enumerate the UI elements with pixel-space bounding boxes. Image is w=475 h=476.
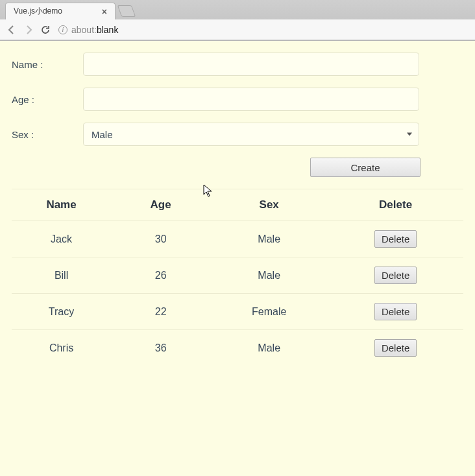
url-text: about:blank	[71, 25, 118, 35]
cell-name: Tracy	[12, 294, 111, 330]
col-name: Name	[12, 189, 111, 221]
arrow-right-icon	[23, 25, 34, 35]
cell-age: 36	[111, 330, 210, 366]
tab-title: Vue.js小demo	[14, 6, 62, 17]
browser-tab[interactable]: Vue.js小demo ×	[5, 3, 116, 19]
cell-age: 30	[111, 221, 210, 257]
delete-button[interactable]: Delete	[374, 230, 417, 248]
cell-delete: Delete	[328, 294, 463, 330]
name-input[interactable]	[83, 53, 419, 76]
cell-age: 26	[111, 257, 210, 294]
toolbar: i about:blank	[0, 19, 475, 40]
table-header-row: Name Age Sex Delete	[12, 189, 463, 221]
cell-sex: Male	[210, 257, 328, 294]
col-age: Age	[111, 189, 210, 221]
sex-selected-value: Male	[91, 129, 113, 140]
back-button[interactable]	[6, 25, 17, 35]
chevron-down-icon	[407, 133, 412, 136]
table-row: Bill26MaleDelete	[12, 257, 463, 294]
cell-name: Chris	[12, 330, 111, 366]
delete-button[interactable]: Delete	[374, 339, 417, 357]
close-tab-icon[interactable]: ×	[102, 6, 107, 17]
sex-select[interactable]: Male	[83, 123, 419, 146]
age-label: Age :	[12, 94, 83, 105]
cell-sex: Female	[210, 294, 328, 330]
cell-age: 22	[111, 294, 210, 330]
sex-label: Sex :	[12, 129, 83, 140]
reload-icon	[40, 25, 51, 35]
table-row: Jack30MaleDelete	[12, 221, 463, 257]
form-row-sex: Sex : Male	[12, 123, 463, 146]
table-row: Chris36MaleDelete	[12, 330, 463, 366]
new-tab-button[interactable]	[117, 5, 136, 17]
create-row: Create	[12, 158, 463, 177]
cell-delete: Delete	[328, 221, 463, 257]
people-table: Name Age Sex Delete Jack30MaleDeleteBill…	[12, 189, 463, 366]
age-input[interactable]	[83, 88, 419, 111]
form-row-age: Age :	[12, 88, 463, 111]
form-row-name: Name :	[12, 53, 463, 76]
col-sex: Sex	[210, 189, 328, 221]
cell-name: Jack	[12, 221, 111, 257]
delete-button[interactable]: Delete	[374, 267, 417, 284]
info-icon[interactable]: i	[58, 25, 67, 34]
name-label: Name :	[12, 59, 83, 70]
tab-bar: Vue.js小demo ×	[0, 0, 475, 19]
reload-button[interactable]	[40, 25, 51, 35]
cell-delete: Delete	[328, 257, 463, 294]
browser-chrome: Vue.js小demo × i about:blank	[0, 0, 475, 41]
create-button[interactable]: Create	[310, 158, 420, 177]
cell-sex: Male	[210, 221, 328, 257]
address-bar[interactable]: i about:blank	[57, 25, 469, 35]
table-row: Tracy22FemaleDelete	[12, 294, 463, 330]
cell-sex: Male	[210, 330, 328, 366]
forward-button[interactable]	[23, 25, 34, 35]
delete-button[interactable]: Delete	[374, 303, 417, 320]
cell-name: Bill	[12, 257, 111, 294]
cell-delete: Delete	[328, 330, 463, 366]
col-delete: Delete	[328, 189, 463, 221]
page-content: Name : Age : Sex : Male Create Name Age …	[0, 41, 475, 476]
arrow-left-icon	[6, 25, 17, 35]
